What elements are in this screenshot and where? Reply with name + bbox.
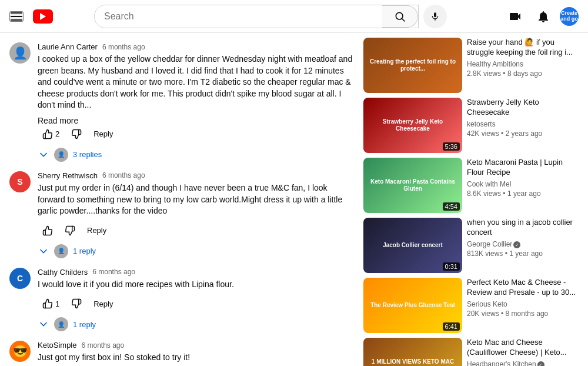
search-icon (394, 11, 406, 22)
video-title: Keto Macaroni Pasta | Lupin Flour Recipe (467, 158, 579, 178)
comment-author: Laurie Ann Carter (38, 42, 98, 51)
comment-item: 👤 Laurie Ann Carter 6 months ago I cooke… (9, 42, 354, 162)
video-info: Keto Macaroni Pasta | Lupin Flour Recipe… (467, 158, 579, 213)
search-bar (94, 5, 419, 28)
channel-name: ketoserts (467, 120, 579, 128)
comment-body: Sherry Rethwisch 6 months ago Just put m… (38, 171, 354, 258)
video-thumbnail: Jacob Collier concert 0:31 (363, 218, 462, 273)
like-button[interactable]: 2 (38, 125, 64, 143)
voice-search-button[interactable] (423, 5, 447, 28)
create-button[interactable] (503, 5, 527, 28)
thumbnail-text: Creating the perfect foil ring to protec… (363, 38, 462, 93)
expand-replies-button[interactable] (38, 149, 49, 161)
video-title: Strawberry Jelly Keto Cheesecake (467, 98, 579, 118)
comment-text: Just put my order in (6/14) and though I… (38, 182, 354, 217)
comment-actions: 2 Reply (38, 125, 354, 143)
comment-header: KetoSimple 6 months ago (38, 341, 354, 350)
expand-replies-button[interactable] (38, 318, 49, 330)
thumbs-up-icon (42, 129, 53, 139)
reply-avatar: 👤 (54, 244, 68, 258)
video-title: Keto Mac and Cheese (Cauliflower Cheese)… (467, 338, 579, 358)
replies-count[interactable]: 1 reply (73, 320, 96, 329)
thumbs-down-icon (71, 298, 82, 309)
comment-actions: Reply (38, 222, 354, 239)
replies-count[interactable]: 1 reply (73, 247, 96, 255)
comment-item: C Cathy Childers 6 months ago I would lo… (9, 268, 354, 332)
video-card[interactable]: 1 MILLION VIEWS KETO MAC AND CHEESE 9:27… (363, 338, 579, 366)
like-count: 2 (55, 129, 59, 138)
chevron-down-icon (38, 149, 49, 161)
search-button[interactable] (382, 5, 418, 28)
comment-actions: 1 Reply (38, 295, 354, 312)
search-area (94, 5, 447, 28)
replies-count[interactable]: 3 replies (73, 150, 102, 159)
reply-avatar: 👤 (54, 148, 68, 162)
hamburger-menu-button[interactable] (9, 11, 24, 22)
youtube-icon (33, 9, 53, 24)
avatar-text: Createand go (560, 11, 578, 22)
thumbs-down-icon (71, 129, 82, 139)
video-meta: 20K views • 8 months ago (467, 310, 579, 318)
reply-button[interactable]: Reply (89, 296, 118, 312)
comment-time: 6 months ago (102, 43, 145, 51)
video-meta: 2.8K views • 8 days ago (467, 69, 579, 78)
reply-button[interactable]: Reply (82, 222, 111, 238)
notifications-button[interactable] (532, 5, 555, 28)
comment-avatar: S (9, 171, 31, 192)
bell-icon (536, 9, 550, 24)
comment-time: 6 months ago (81, 341, 124, 350)
video-card[interactable]: Creating the perfect foil ring to protec… (363, 38, 579, 93)
comment-body: Cathy Childers 6 months ago I would love… (38, 268, 354, 332)
verified-icon (537, 361, 544, 366)
dislike-button[interactable] (66, 295, 86, 312)
video-meta: 813K views • 1 year ago (467, 249, 579, 258)
video-thumbnail: The Review Plus Glucose Test 6:41 (363, 278, 462, 333)
thumbs-down-icon (65, 225, 75, 236)
comment-item: 😎 KetoSimple 6 months ago Just got my fi… (9, 341, 354, 366)
video-card[interactable]: Jacob Collier concert 0:31 when you sing… (363, 218, 579, 273)
like-count: 1 (55, 300, 59, 308)
comment-avatar: C (9, 268, 31, 289)
replies-section: 👤 3 replies (38, 148, 354, 162)
header: Createand go (0, 0, 588, 33)
comment-text: Just got my first box in! So stoked to t… (38, 352, 354, 364)
channel-name: Cook with Mel (467, 180, 579, 188)
create-icon (508, 9, 522, 24)
like-button[interactable] (38, 222, 58, 239)
video-thumbnail: Creating the perfect foil ring to protec… (363, 38, 462, 93)
video-meta: 8.6K views • 1 year ago (467, 189, 579, 198)
chevron-down-icon (38, 318, 49, 330)
verified-icon (513, 241, 520, 248)
dislike-button[interactable] (66, 125, 86, 143)
header-right: Createand go (503, 5, 579, 28)
thumbs-up-icon (42, 225, 53, 236)
comment-header: Sherry Rethwisch 6 months ago (38, 171, 354, 180)
comment-author: Cathy Childers (38, 268, 88, 277)
comment-avatar: 👤 (9, 42, 31, 64)
duration-badge: 6:41 (443, 322, 460, 331)
reply-avatar: 👤 (54, 317, 68, 331)
replies-section: 👤 1 reply (38, 244, 354, 258)
read-more-link[interactable]: Read more (38, 116, 78, 125)
dislike-button[interactable] (60, 222, 80, 239)
video-thumbnail: 1 MILLION VIEWS KETO MAC AND CHEESE 9:27 (363, 338, 462, 366)
comment-text: I would love it if you did more recipes … (38, 279, 354, 291)
video-thumbnail: Strawberry Jelly Keto Cheesecake 5:36 (363, 98, 462, 153)
reply-button[interactable]: Reply (89, 126, 118, 142)
svg-line-1 (402, 18, 405, 21)
like-button[interactable]: 1 (38, 295, 64, 312)
video-card[interactable]: Keto Macaroni Pasta Contains Gluten 4:54… (363, 158, 579, 213)
expand-replies-button[interactable] (38, 245, 49, 257)
user-avatar[interactable]: Createand go (560, 7, 579, 26)
video-info: when you sing in a jacob collier concert… (467, 218, 579, 273)
video-card[interactable]: Strawberry Jelly Keto Cheesecake 5:36 St… (363, 98, 579, 153)
comment-body: Laurie Ann Carter 6 months ago I cooked … (38, 42, 354, 162)
thumbs-up-icon (42, 298, 53, 309)
comment-text: I cooked up a box of the yellow cheddar … (38, 54, 354, 111)
youtube-logo[interactable] (33, 9, 61, 24)
comments-section: 👤 Laurie Ann Carter 6 months ago I cooke… (0, 33, 363, 366)
main-layout: 👤 Laurie Ann Carter 6 months ago I cooke… (0, 33, 588, 366)
video-card[interactable]: The Review Plus Glucose Test 6:41 Perfec… (363, 278, 579, 333)
duration-badge: 5:36 (443, 142, 460, 151)
search-input[interactable] (95, 5, 382, 28)
